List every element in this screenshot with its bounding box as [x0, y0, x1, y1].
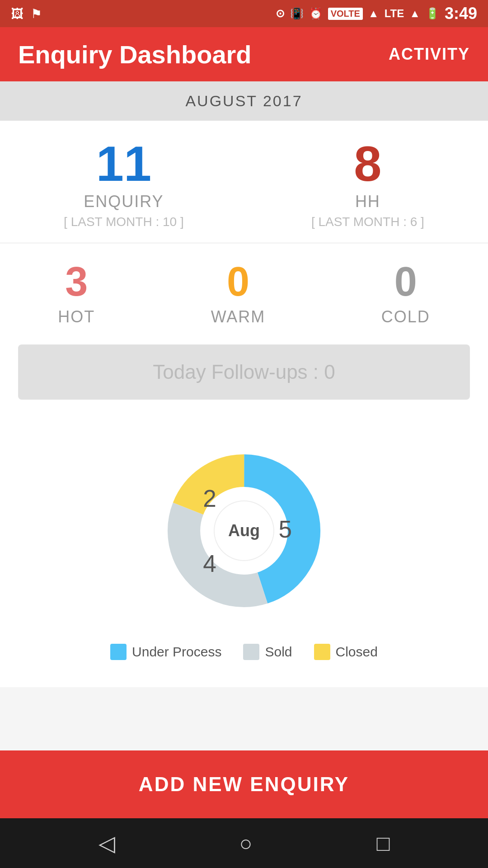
- hh-stat[interactable]: 8 HH [ LAST MONTH : 6 ]: [311, 139, 424, 229]
- status-icons-right: ⊙ 📳 ⏰ VOLTE ▲ LTE ▲ 🔋 3:49: [276, 4, 477, 23]
- signal-icon: ▲: [368, 7, 379, 20]
- cold-stat[interactable]: 0 COLD: [381, 261, 430, 326]
- cold-value: 0: [394, 261, 417, 302]
- activity-button[interactable]: ACTIVITY: [389, 45, 470, 64]
- warm-label: WARM: [211, 307, 266, 326]
- enquiry-last-month: [ LAST MONTH : 10 ]: [64, 215, 184, 229]
- legend-underprocess: Under Process: [110, 644, 221, 660]
- add-enquiry-button[interactable]: ADD NEW ENQUIRY: [0, 750, 488, 818]
- temperature-row: 3 HOT 0 WARM 0 COLD: [0, 243, 488, 335]
- legend-color-underprocess: [110, 644, 127, 660]
- vibrate-icon: 📳: [290, 7, 304, 20]
- warm-stat[interactable]: 0 WARM: [211, 261, 266, 326]
- battery-icon: 🔋: [426, 7, 439, 20]
- stats-section: 11 ENQUIRY [ LAST MONTH : 10 ] 8 HH [ LA…: [0, 121, 488, 427]
- chart-label-underprocess: 5: [278, 516, 292, 542]
- hh-label: HH: [355, 192, 380, 211]
- legend-closed: Closed: [314, 644, 378, 660]
- nav-bar: ◁ ○ □: [0, 818, 488, 868]
- notification-icon: ⚑: [31, 6, 42, 21]
- image-icon: 🖼: [11, 6, 23, 21]
- alarm-icon: ⏰: [309, 7, 323, 20]
- legend-label-sold: Sold: [265, 644, 292, 660]
- page-title: Enquiry Dashboard: [18, 40, 252, 69]
- legend-color-sold: [243, 644, 259, 660]
- month-header: AUGUST 2017: [0, 81, 488, 121]
- enquiry-stat[interactable]: 11 ENQUIRY [ LAST MONTH : 10 ]: [64, 139, 184, 229]
- followup-text: Today Follow-ups : 0: [153, 361, 335, 383]
- chart-label-sold: 4: [203, 550, 216, 577]
- nav-home-button[interactable]: ○: [239, 831, 253, 856]
- hot-label: HOT: [58, 307, 95, 326]
- lte-icon: LTE: [385, 7, 404, 20]
- app-bar: Enquiry Dashboard ACTIVITY: [0, 27, 488, 81]
- legend-sold: Sold: [243, 644, 292, 660]
- enquiry-label: ENQUIRY: [84, 192, 164, 211]
- chart-center-label: Aug: [215, 501, 273, 560]
- status-time: 3:49: [445, 4, 477, 23]
- status-icons-left: 🖼 ⚑: [11, 6, 42, 21]
- enquiry-value: 11: [96, 139, 151, 189]
- nav-recent-button[interactable]: □: [377, 831, 390, 856]
- top-stats: 11 ENQUIRY [ LAST MONTH : 10 ] 8 HH [ LA…: [0, 139, 488, 243]
- signal2-icon: ▲: [409, 7, 420, 20]
- chart-label-closed: 2: [203, 485, 216, 512]
- cold-label: COLD: [381, 307, 430, 326]
- legend-label-closed: Closed: [336, 644, 378, 660]
- chart-legend: Under Process Sold Closed: [110, 635, 378, 669]
- broadcast-icon: ⊙: [276, 7, 285, 20]
- donut-chart: 5 4 2 Aug: [158, 445, 330, 617]
- legend-label-underprocess: Under Process: [132, 644, 221, 660]
- hot-stat[interactable]: 3 HOT: [58, 261, 95, 326]
- warm-value: 0: [227, 261, 249, 302]
- hh-last-month: [ LAST MONTH : 6 ]: [311, 215, 424, 229]
- chart-section: 5 4 2 Aug Under Process Sold Closed: [0, 427, 488, 687]
- status-bar: 🖼 ⚑ ⊙ 📳 ⏰ VOLTE ▲ LTE ▲ 🔋 3:49: [0, 0, 488, 27]
- followup-bar[interactable]: Today Follow-ups : 0: [18, 344, 470, 400]
- nav-back-button[interactable]: ◁: [99, 830, 115, 856]
- legend-color-closed: [314, 644, 330, 660]
- hh-value: 8: [354, 139, 381, 189]
- volte-badge: VOLTE: [328, 8, 363, 20]
- hot-value: 3: [65, 261, 88, 302]
